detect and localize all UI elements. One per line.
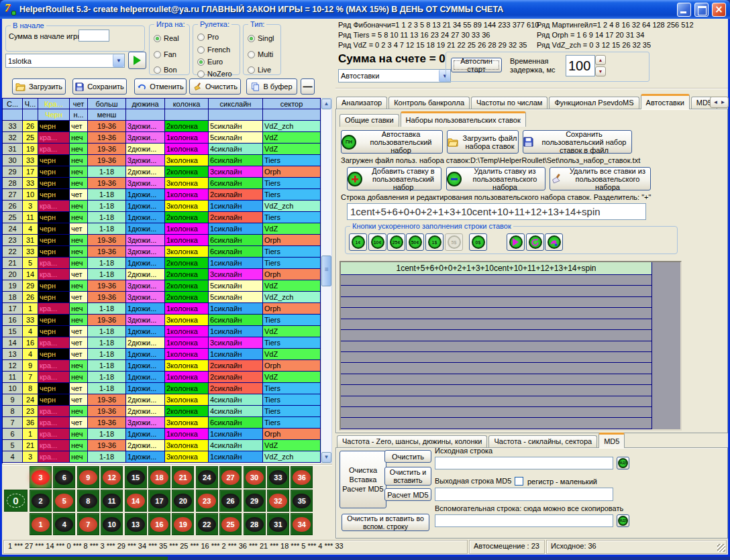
bet-list-row[interactable] [341,407,651,418]
load-button[interactable]: Загрузить [12,78,66,95]
column-header[interactable]: н... [70,109,88,121]
arrow-right-icon[interactable]: ► [721,99,726,107]
quick-bet-1¢[interactable]: 1¢ [349,233,367,251]
table-row[interactable]: 521кра...неч19-362дюжи...3колонка4сиклай… [3,440,321,451]
load-set-file-button[interactable]: Загрузить файл набора ставок [447,130,519,154]
board-number-14[interactable]: 14 [125,490,147,512]
table-row[interactable]: 2014кра...чет1-182дюжи...2колонка3сиклай… [3,269,321,280]
table-row[interactable]: 134чернчет1-181дюжи...1колонка1сиклайнVd… [3,349,321,360]
quick-bet-1$[interactable]: 1$ [425,233,444,251]
board-number-9[interactable]: 9 [77,466,99,488]
board-number-32[interactable]: 32 [267,490,289,512]
scroll-thumb[interactable] [321,256,331,286]
bet-list-row[interactable] [341,396,651,407]
bet-list-row[interactable] [341,363,651,374]
board-number-13[interactable]: 13 [125,513,147,535]
close-button[interactable]: × [712,3,726,17]
board-number-5[interactable]: 5 [53,490,75,512]
board-number-24[interactable]: 24 [196,466,218,488]
radio-nozero[interactable]: NoZero [197,70,232,78]
board-number-18[interactable]: 18 [148,466,170,488]
bet-list-header[interactable]: 1cent+5+6+0+0+2+1+3+10cent+10+11+12+13+1… [341,262,651,275]
board-number-10[interactable]: 10 [101,513,123,535]
column-header[interactable]: колонка [165,98,209,109]
column-header[interactable]: Черн [38,109,70,121]
board-number-11[interactable]: 11 [101,490,123,512]
clear-button[interactable]: Очистить [189,78,241,95]
radio-french[interactable]: French [197,46,230,54]
board-number-34[interactable]: 34 [291,513,313,535]
scroll-down-icon[interactable]: ▼ [321,452,331,463]
table-row[interactable]: 736кра...чет19-363дюжи...3колонка6сиклай… [3,417,321,429]
board-number-17[interactable]: 17 [148,490,170,512]
column-header[interactable] [165,109,209,121]
table-row[interactable]: 1416кра...чет1-182дюжи...1колонка3сиклай… [3,337,321,349]
bet-list-row[interactable] [341,308,651,319]
remove-bet-button[interactable]: Удалить ставку из пользовательского набо… [446,167,545,190]
md5-clear-button[interactable]: Очистить [384,450,431,463]
tab-md5[interactable]: MD5 [598,433,625,448]
table-row[interactable]: 3326чернчет19-363дюжи...2колонка5сиклайн… [3,121,321,132]
bet-list-row[interactable] [341,286,651,296]
table-row[interactable]: 215кра...неч1-181дюжи...2колонка1сиклайн… [3,258,321,269]
board-number-3[interactable]: 3 [30,466,52,488]
clear-paste-calc-button[interactable]: ОчисткаВставкаРасчет MD5 [340,451,386,508]
remove-all-bets-button[interactable]: Удалить все ставки из пользовательского … [550,167,651,190]
quick-bet-0$[interactable]: 0$ [469,233,487,251]
quick-bet-50¢[interactable]: 50¢ [406,233,424,251]
quick-repeat-button[interactable] [526,233,544,251]
table-row[interactable]: 1826чернчет19-363дюжи...2колонка5сиклайн… [3,292,321,303]
radio-fan[interactable]: Fan [154,50,176,58]
table-row[interactable]: 43кра...неч1-181дюжи...3колонка1сиклайнV… [3,451,321,463]
table-row[interactable]: 2511черннеч1-181дюжи...2колонка2сиклайнT… [3,212,321,223]
radio-euro[interactable]: Euro [197,58,223,66]
board-number-30[interactable]: 30 [244,466,266,488]
tab-контроль-банкролла[interactable]: Контроль банкролла [388,97,470,109]
bet-list-row[interactable] [341,374,651,385]
column-header[interactable]: Ч... [23,98,38,109]
aux-string-input[interactable] [435,514,613,527]
collapse-button[interactable]: — [301,78,315,95]
board-number-20[interactable]: 20 [172,490,194,512]
table-row[interactable]: 2233черннеч19-363дюжи...3колонка6сиклайн… [3,246,321,258]
minimize-button[interactable] [677,3,691,17]
md5-run-aux-button[interactable]: МД5 [617,514,629,527]
board-number-0[interactable]: 0 [4,490,28,512]
table-row[interactable]: 2917черннеч1-182дюжи...2колонка3сиклайнO… [3,166,321,178]
tab-частота-сиклайны-сектора[interactable]: Частота - сиклайны, сектора [488,435,597,448]
start-amount-input[interactable] [79,30,109,42]
board-number-23[interactable]: 23 [196,490,218,512]
board-number-16[interactable]: 16 [148,513,170,535]
bet-list-row[interactable] [341,385,651,396]
column-header[interactable]: Кра... [38,98,70,109]
add-bet-button[interactable]: Добавить ставку в пользовательский набор [347,167,441,190]
board-number-4[interactable]: 4 [53,513,75,535]
board-number-6[interactable]: 6 [53,466,75,488]
play-button[interactable] [128,52,146,69]
tab-анализатор[interactable]: Анализатор [336,97,387,109]
radio-pro[interactable]: Pro [197,33,219,41]
board-number-15[interactable]: 15 [125,466,147,488]
table-row[interactable]: 3225кра...неч19-363дюжи...1колонка5сикла… [3,132,321,144]
md5-clear-paste-button[interactable]: Очистить и вставить [384,467,431,486]
md5-calc-button[interactable]: Расчет MD5 [384,488,431,501]
column-header[interactable]: сикслайн [209,98,263,109]
column-header[interactable] [23,109,38,121]
output-string-input[interactable] [435,488,613,501]
resize-grip[interactable] [717,544,725,552]
scroll-track[interactable] [321,109,331,452]
board-number-29[interactable]: 29 [244,490,266,512]
table-row[interactable]: 171кра...неч1-181дюжи...1колонка1сиклайн… [3,303,321,315]
clear-paste-aux-button[interactable]: Очистить и вставить во вспом. строку [342,514,429,531]
column-header[interactable] [3,109,23,121]
tab-частоты-по-числам[interactable]: Частоты по числам [471,97,548,109]
history-scrollbar[interactable]: ▲ ▼ [321,98,332,463]
board-number-27[interactable]: 27 [219,466,242,488]
board-number-8[interactable]: 8 [77,490,99,512]
to-buffer-button[interactable]: В буфер [246,78,297,95]
board-number-1[interactable]: 1 [30,513,52,535]
table-row[interactable]: 244чернчет1-181дюжи...1колонка1сиклайнVd… [3,223,321,235]
table-row[interactable]: 1929черннеч19-363дюжи...2колонка5сиклайн… [3,280,321,292]
delay-value-field[interactable]: 100 [566,55,595,76]
bet-list-row[interactable] [341,418,651,429]
